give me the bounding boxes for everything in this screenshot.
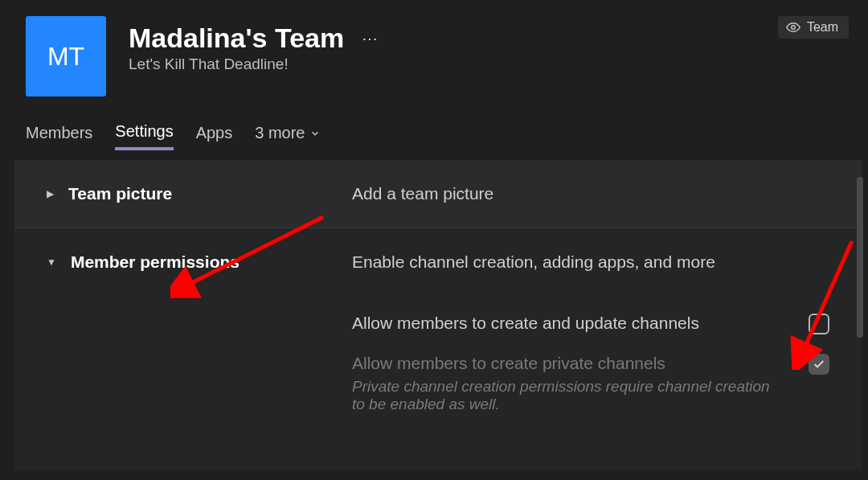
eye-icon <box>786 20 800 35</box>
perm-item-private-channels: Allow members to create private channels… <box>352 354 845 413</box>
team-picture-title: Team picture <box>68 184 172 203</box>
team-avatar: MT <box>26 16 106 96</box>
tab-apps[interactable]: Apps <box>196 124 233 149</box>
svg-point-0 <box>792 26 796 30</box>
team-title: Madalina's Team <box>129 23 344 54</box>
perm-label-create-channels: Allow members to create and update chann… <box>352 314 699 333</box>
team-pill-label: Team <box>807 20 838 35</box>
scrollbar-thumb[interactable] <box>857 177 863 338</box>
checkbox-create-channels[interactable] <box>809 314 829 334</box>
member-permissions-title: Member permissions <box>71 252 240 272</box>
tab-members[interactable]: Members <box>26 124 92 149</box>
team-visibility-pill[interactable]: Team <box>778 16 849 39</box>
chevron-down-icon <box>309 128 321 139</box>
caret-right-icon: ▶ <box>47 188 54 199</box>
perm-item-create-channels: Allow members to create and update chann… <box>352 314 845 334</box>
settings-row-member-permissions: ▼ Member permissions Enable channel crea… <box>14 228 862 470</box>
team-subtitle: Let's Kill That Deadline! <box>129 55 845 73</box>
perm-label-private-channels: Allow members to create private channels <box>352 354 770 373</box>
settings-row-team-picture[interactable]: ▶ Team picture Add a team picture <box>14 160 862 228</box>
more-options-button[interactable]: ⋯ <box>358 26 383 51</box>
tab-more-label: 3 more <box>255 124 305 142</box>
caret-down-icon: ▼ <box>47 256 56 268</box>
scrollbar[interactable] <box>857 177 863 466</box>
tab-settings[interactable]: Settings <box>115 122 173 150</box>
settings-list: ▶ Team picture Add a team picture ▼ Memb… <box>14 160 862 470</box>
checkbox-private-channels[interactable] <box>809 354 829 375</box>
team-picture-desc: Add a team picture <box>352 184 845 203</box>
member-permissions-desc: Enable channel creation, adding apps, an… <box>352 252 845 272</box>
perm-hint-private-channels: Private channel creation permissions req… <box>352 378 770 413</box>
tab-more[interactable]: 3 more <box>255 124 321 149</box>
